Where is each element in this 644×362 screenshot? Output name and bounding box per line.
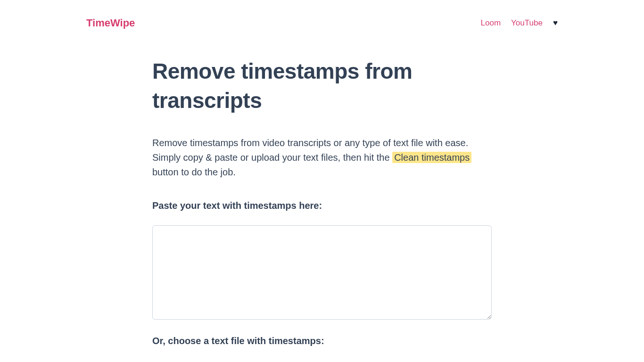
paste-label: Paste your text with timestamps here: — [152, 200, 492, 211]
description: Remove timestamps from video transcripts… — [152, 136, 492, 180]
heart-icon[interactable]: ♥ — [553, 18, 558, 28]
header: TimeWipe Loom YouTube ♥ — [0, 0, 644, 29]
highlight-label: Clean timestamps — [392, 152, 471, 163]
page-title: Remove timestamps from transcripts — [152, 57, 492, 115]
nav-link-loom[interactable]: Loom — [481, 18, 501, 28]
file-label: Or, choose a text file with timestamps: — [152, 336, 492, 346]
transcript-textarea[interactable] — [152, 225, 492, 320]
brand-logo[interactable]: TimeWipe — [86, 17, 135, 29]
nav: Loom YouTube ♥ — [481, 18, 558, 28]
description-text-post: button to do the job. — [152, 167, 236, 177]
main-content: Remove timestamps from transcripts Remov… — [152, 29, 492, 362]
nav-link-youtube[interactable]: YouTube — [511, 18, 543, 28]
